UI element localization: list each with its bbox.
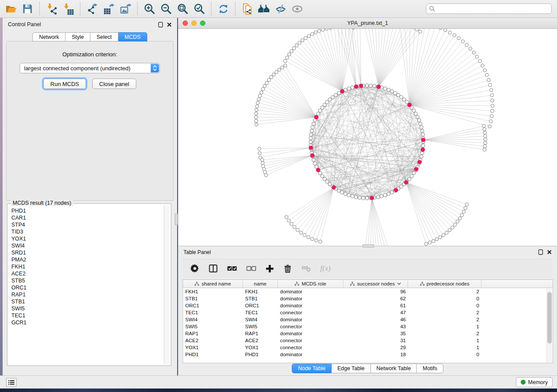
close-panel-button[interactable]: Close panel — [92, 79, 136, 89]
node-table[interactable]: shared name name MCDS role successor nod… — [183, 279, 553, 363]
zoom-fit-icon — [177, 3, 189, 15]
table-panel-title: Table Panel — [183, 249, 211, 255]
criterion-select[interactable]: largest connected component (undirected) — [20, 63, 160, 73]
zoom-fit-button[interactable] — [176, 2, 189, 15]
mcds-result-item[interactable]: FKH1 — [11, 263, 164, 270]
close-panel-icon[interactable] — [167, 22, 172, 27]
toggle-column-panel-button[interactable] — [209, 264, 218, 273]
mcds-result-item[interactable]: GCR1 — [11, 319, 164, 326]
mcds-result-item[interactable]: TEC1 — [11, 312, 164, 319]
import-network-button[interactable] — [45, 2, 58, 15]
mcds-result-item[interactable]: SRD1 — [11, 249, 164, 256]
delete-column-button[interactable] — [284, 264, 292, 273]
table-row[interactable]: RAP1RAP1dominator352 — [183, 330, 553, 337]
tab-network[interactable]: Network — [32, 32, 66, 41]
network-canvas[interactable] — [178, 29, 557, 246]
float-panel-icon[interactable] — [158, 22, 163, 28]
column-header-successor-nodes[interactable]: successor nodes — [343, 280, 408, 288]
status-bar: Memory — [0, 375, 557, 389]
table-scrollbar[interactable] — [547, 289, 552, 362]
export-table-button[interactable] — [102, 2, 115, 15]
cell-shared-name: SWI4 — [183, 317, 243, 322]
mcds-result-item[interactable]: RAP1 — [11, 291, 164, 298]
select-all-columns-button[interactable] — [227, 265, 237, 272]
save-session-button[interactable] — [21, 2, 34, 15]
tab-node-table[interactable]: Node Table — [292, 364, 332, 373]
memory-button[interactable]: Memory — [516, 377, 553, 387]
zoom-selected-icon — [194, 3, 205, 15]
hide-selected-button[interactable] — [274, 2, 287, 15]
table-row[interactable]: SWI5SWI5connector431 — [183, 323, 553, 330]
tab-edge-table[interactable]: Edge Table — [332, 364, 370, 373]
cell-successors: 43 — [343, 324, 408, 329]
mcds-result-item[interactable]: PHD1 — [11, 207, 164, 214]
table-row[interactable]: STB1STB1dominator620 — [183, 295, 553, 302]
mcds-result-item[interactable]: TID3 — [11, 228, 164, 235]
gear-icon — [190, 264, 199, 273]
mcds-result-item[interactable]: ACE2 — [11, 270, 164, 277]
cell-predecessors: 2 — [408, 331, 481, 336]
cell-successors: 46 — [343, 317, 408, 322]
import-table-button[interactable] — [62, 2, 75, 15]
mcds-result-item[interactable]: SWI5 — [11, 305, 164, 312]
show-all-networks-button[interactable] — [257, 2, 270, 15]
delete-table-button-disabled — [301, 265, 311, 272]
tab-select[interactable]: Select — [90, 32, 118, 41]
column-header-name[interactable]: name — [243, 280, 278, 288]
tab-motifs[interactable]: Motifs — [417, 364, 443, 373]
table-row[interactable]: SWI4SWI4dominator462 — [183, 316, 553, 323]
mcds-result-item[interactable]: SWI4 — [11, 242, 164, 249]
task-history-button[interactable] — [6, 378, 17, 387]
table-row[interactable]: TEC1TEC1connector472 — [183, 309, 553, 316]
table-row[interactable]: PHD1PHD1dominator180 — [183, 351, 553, 358]
close-panel-icon[interactable] — [547, 250, 552, 254]
cell-successors: 18 — [343, 352, 408, 357]
cell-predecessors: 2 — [408, 317, 481, 322]
export-image-button[interactable] — [119, 2, 132, 15]
create-column-button[interactable] — [266, 265, 274, 273]
mcds-result-item[interactable]: STP4 — [11, 221, 164, 228]
horizontal-splitter-handle[interactable] — [363, 244, 374, 248]
mcds-result-item[interactable]: STB1 — [11, 298, 164, 305]
mcds-result-item[interactable]: PMA2 — [11, 256, 164, 263]
vertical-splitter-handle[interactable] — [175, 213, 178, 225]
mcds-result-item[interactable]: CAR1 — [11, 214, 164, 221]
control-panel-titlebar: Control Panel — [3, 18, 177, 31]
table-row[interactable]: ACE2ACE2connector311 — [183, 337, 553, 344]
deselect-all-columns-button[interactable] — [246, 265, 256, 272]
search-input[interactable] — [426, 3, 552, 14]
zoom-selected-button[interactable] — [193, 2, 206, 15]
column-header-shared-name[interactable]: shared name — [183, 280, 243, 288]
open-file-button[interactable] — [4, 2, 17, 15]
run-mcds-button[interactable]: Run MCDS — [43, 79, 86, 89]
tab-mcds[interactable]: MCDS — [118, 32, 147, 41]
table-row[interactable]: ORC1ORC1dominator610 — [183, 302, 553, 309]
mcds-panel: Optimization criterion: largest connecte… — [6, 41, 173, 201]
network-graph — [178, 29, 557, 246]
import-table-icon — [62, 3, 74, 15]
tab-network-table[interactable]: Network Table — [371, 364, 417, 373]
float-panel-icon[interactable] — [538, 249, 543, 255]
clone-network-button[interactable] — [241, 2, 254, 15]
column-header-mcds-role[interactable]: MCDS role — [278, 280, 343, 288]
zoom-in-button[interactable] — [143, 2, 156, 15]
table-settings-button[interactable] — [190, 264, 199, 273]
mcds-result-item[interactable]: STB5 — [11, 277, 164, 284]
table-row[interactable]: FKH1FKH1dominator962 — [183, 288, 553, 295]
show-hidden-button[interactable] — [291, 2, 304, 15]
mcds-result-item[interactable]: YOX1 — [11, 235, 164, 242]
network-window-titlebar[interactable]: YPA_prune.txt_1 — [178, 18, 557, 29]
criterion-selected-value: largest connected component (undirected) — [24, 65, 131, 72]
zoom-out-button[interactable] — [159, 2, 173, 15]
memory-status-icon — [521, 380, 526, 385]
export-network-button[interactable] — [86, 2, 99, 15]
open-folder-icon — [5, 3, 17, 15]
column-header-predecessor-nodes[interactable]: predecessor nodes — [408, 280, 481, 288]
mcds-result-item[interactable]: ORC1 — [11, 284, 164, 291]
mcds-result-list[interactable]: PHD1 CAR1 STP4 TID3 YOX1 SWI4 SRD1 PMA2 … — [9, 205, 164, 364]
tab-style[interactable]: Style — [66, 32, 90, 41]
table-scrollbar-thumb[interactable] — [547, 292, 552, 344]
mcds-list-scrollbar[interactable] — [164, 205, 170, 364]
table-row[interactable]: YOX1YOX1connector291 — [183, 344, 553, 351]
refresh-button[interactable] — [217, 2, 230, 15]
